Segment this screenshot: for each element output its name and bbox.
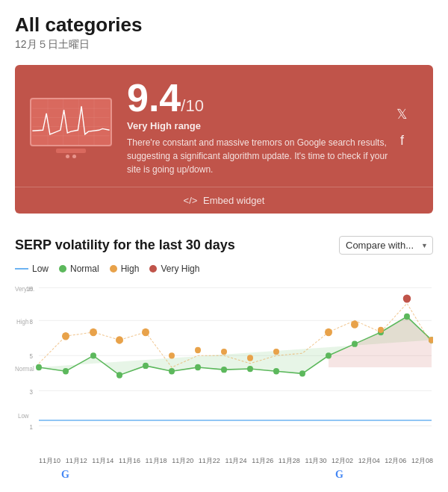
legend-normal-dot [59, 265, 66, 273]
legend-very-high-label: Very High [161, 264, 199, 274]
legend-high-dot [110, 265, 117, 273]
chart-title: SERP volatility for the last 30 days [15, 237, 235, 253]
chart-section: SERP volatility for the last 30 days Com… [0, 228, 448, 492]
svg-point-32 [221, 367, 227, 373]
social-buttons: 𝕏 f [396, 96, 418, 159]
chart-legend: Low Normal High Very High [15, 264, 433, 274]
monitor-graphic [30, 98, 112, 158]
score-value: 9.4 [127, 76, 181, 119]
legend-normal-label: Normal [70, 264, 99, 274]
legend-high: High [110, 264, 140, 274]
x-label-12: 12月02 [332, 456, 353, 466]
svg-point-36 [326, 352, 332, 358]
score-denominator: /10 [181, 96, 204, 115]
x-label-1: 11月10 [39, 456, 60, 466]
google-icon-1: G [61, 469, 69, 481]
google-icon-2: G [335, 469, 343, 481]
twitter-icon[interactable]: 𝕏 [396, 106, 408, 122]
svg-point-31 [195, 364, 201, 370]
svg-point-26 [63, 368, 69, 374]
svg-point-30 [169, 368, 175, 374]
embed-widget-button[interactable]: </> Embed widget [15, 187, 433, 214]
svg-point-51 [351, 320, 358, 328]
x-label-7: 11月22 [199, 456, 220, 466]
svg-text:10: 10 [26, 285, 33, 292]
svg-point-46 [195, 347, 201, 353]
x-label-15: 12月08 [411, 456, 433, 466]
legend-high-label: High [121, 264, 140, 274]
x-label-13: 12月04 [358, 456, 380, 466]
legend-low-label: Low [32, 264, 49, 274]
facebook-icon[interactable]: f [400, 133, 404, 149]
page-title: All categories [15, 13, 433, 37]
svg-point-39 [404, 314, 410, 320]
svg-point-42 [90, 328, 97, 336]
svg-point-49 [273, 349, 279, 355]
x-label-10: 11月28 [279, 456, 300, 466]
svg-marker-23 [329, 317, 432, 367]
chart-header: SERP volatility for the last 30 days Com… [15, 236, 433, 255]
x-label-3: 11月14 [92, 456, 113, 466]
x-label-14: 12月06 [385, 456, 406, 466]
svg-text:High: High [16, 319, 29, 326]
svg-point-47 [221, 349, 227, 355]
svg-point-41 [62, 332, 69, 340]
legend-very-high: Very High [149, 264, 199, 274]
svg-point-29 [143, 363, 149, 369]
svg-point-33 [247, 366, 253, 372]
page-header: All categories 12月５日土曜日 [0, 0, 448, 57]
svg-point-48 [247, 355, 253, 361]
x-label-6: 11月20 [172, 456, 193, 466]
svg-point-37 [352, 340, 358, 346]
svg-text:3: 3 [30, 388, 34, 395]
embed-icon: </> [184, 195, 198, 206]
score-description: There're constant and massive tremors on… [127, 136, 396, 176]
x-label-11: 11月30 [305, 456, 326, 466]
svg-text:Low: Low [18, 413, 29, 420]
x-label-4: 11月16 [119, 456, 140, 466]
legend-low-line [15, 268, 28, 270]
x-label-5: 11月18 [146, 456, 167, 466]
svg-point-27 [90, 352, 96, 358]
x-label-9: 11月26 [252, 456, 273, 466]
page-subtitle: 12月５日土曜日 [15, 38, 433, 52]
x-label-2: 11月12 [66, 456, 87, 466]
svg-point-54 [402, 294, 411, 304]
x-label-8: 11月24 [225, 456, 246, 466]
svg-point-43 [116, 336, 123, 343]
svg-point-25 [36, 364, 42, 370]
legend-very-high-dot [149, 265, 157, 273]
chart-wrapper: Very H. High Normal Low 10 8 5 3 1 [15, 281, 433, 456]
score-content: 9.4/10 Very High range There're constant… [127, 78, 396, 176]
svg-point-34 [273, 368, 279, 374]
svg-text:5: 5 [30, 353, 34, 360]
svg-point-52 [378, 327, 384, 333]
svg-point-35 [299, 370, 305, 376]
compare-select[interactable]: Compare with... [339, 236, 433, 255]
svg-point-45 [169, 352, 175, 358]
svg-point-28 [116, 372, 122, 378]
legend-normal: Normal [59, 264, 99, 274]
score-range: Very High range [127, 120, 396, 131]
x-axis-labels: 11月10 11月12 11月14 11月16 11月18 11月20 11月2… [15, 456, 433, 466]
svg-text:Normal: Normal [15, 366, 34, 373]
google-icons-row: G G [15, 469, 433, 481]
score-card: 9.4/10 Very High range There're constant… [15, 65, 433, 214]
compare-select-wrapper[interactable]: Compare with... [339, 236, 433, 255]
svg-text:8: 8 [30, 319, 34, 326]
legend-low: Low [15, 264, 49, 274]
svg-point-50 [325, 328, 332, 336]
svg-point-44 [142, 328, 149, 336]
chart-svg: Very H. High Normal Low 10 8 5 3 1 [15, 281, 433, 453]
embed-label: Embed widget [203, 195, 264, 206]
svg-text:1: 1 [30, 423, 34, 430]
